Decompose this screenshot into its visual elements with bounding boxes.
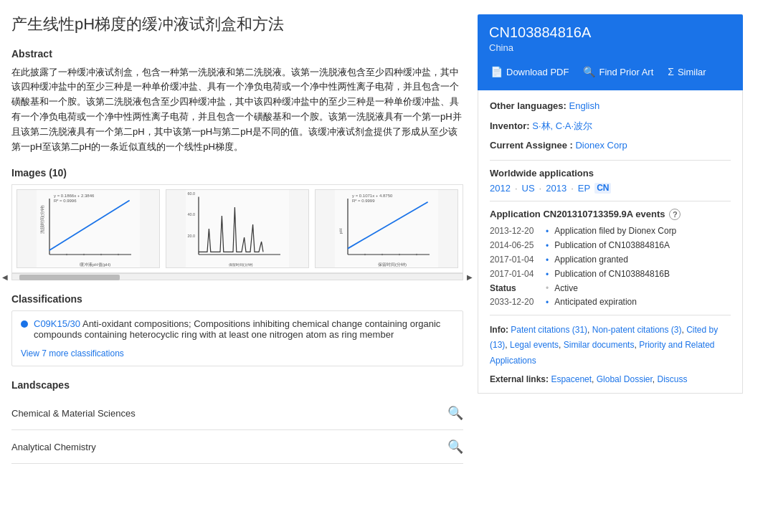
year-2013[interactable]: 2013 [546, 183, 566, 194]
status-dot: • [546, 283, 549, 293]
espacenet-link[interactable]: Espacenet [551, 374, 592, 384]
event-date-1: 2013-12-20 [490, 226, 540, 236]
external-links-section: External links: Espacenet, Global Dossie… [490, 374, 731, 384]
find-prior-art-button[interactable]: 🔍 Find Prior Art [576, 62, 660, 82]
inventor-row: Inventor: S·林, C·A·波尔 [490, 119, 731, 133]
patent-id: CN103884816A [489, 24, 731, 41]
images-heading: Images (10) [11, 167, 463, 179]
similar-button[interactable]: Σ Similar [660, 62, 713, 82]
landscapes-heading: Landscapes [11, 379, 463, 391]
scroll-left-arrow[interactable]: ◀ [2, 273, 8, 281]
view-more-link[interactable]: View 7 more classifications [21, 348, 124, 358]
external-label: External links: [490, 374, 549, 384]
classifications-section: Classifications C09K15/30 Anti-oxidant c… [11, 293, 463, 366]
prior-art-icon: 🔍 [583, 66, 595, 77]
landscapes-section: Landscapes Chemical & Material Sciences … [11, 379, 463, 464]
classifications-heading: Classifications [11, 293, 463, 305]
application-heading: Application CN201310713359.9A events ? [490, 209, 731, 220]
dot-1: · [515, 183, 518, 194]
status-row: Status • Active [490, 283, 731, 293]
event-dot-3: • [546, 255, 549, 265]
svg-text:洗脱时间(分钟): 洗脱时间(分钟) [40, 206, 44, 234]
legal-events-link[interactable]: Legal events [510, 340, 559, 350]
image-thumb-1[interactable]: y = 0.1866x + 2.3846 R² = 0.9996 缓冲液pH值(… [16, 189, 160, 268]
landscape-search-icon-2[interactable]: 🔍 [447, 439, 463, 455]
inventor-value[interactable]: S·林, C·A·波尔 [532, 120, 592, 131]
svg-text:20.0: 20.0 [187, 234, 195, 238]
landscape-label-2: Analytical Chemistry [11, 442, 96, 452]
info-links-section: Info: Patent citations (31), Non-patent … [490, 323, 731, 369]
event-dot-4: • [546, 270, 549, 280]
assignee-row: Current Assignee : Dionex Corp [490, 138, 731, 153]
expiry-row: 2033-12-20 • Anticipated expiration [490, 297, 731, 308]
svg-rect-19 [335, 190, 438, 267]
classification-dot [21, 320, 28, 328]
year-us[interactable]: US [522, 183, 535, 194]
svg-rect-0 [37, 190, 140, 267]
assignee-label: Current Assignee : [490, 140, 573, 151]
discuss-link[interactable]: Discuss [657, 374, 687, 384]
divider-2 [490, 201, 731, 201]
landscape-search-icon-1[interactable]: 🔍 [447, 405, 463, 421]
sidebar: CN103884816A China 📄 Download PDF 🔍 Find… [478, 14, 743, 477]
other-languages-label: Other languages: [490, 100, 566, 111]
svg-text:R² = 0.9999: R² = 0.9999 [352, 199, 375, 203]
sidebar-info: Other languages: English Inventor: S·林, … [478, 90, 743, 394]
info-label: Info: [490, 325, 508, 335]
status-label: Status [490, 283, 540, 293]
event-date-3: 2017-01-04 [490, 255, 540, 265]
download-pdf-label: Download PDF [506, 67, 569, 77]
event-row-3: 2017-01-04 • Application granted [490, 255, 731, 265]
expiry-desc: Anticipated expiration [554, 297, 637, 307]
landscape-label-1: Chemical & Material Sciences [11, 408, 136, 419]
help-icon[interactable]: ? [669, 209, 681, 220]
abstract-text: 在此披露了一种缓冲液试剂盒，包含一种第一洗脱液和第二洗脱液。该第一洗脱液包含至少… [11, 65, 463, 155]
svg-rect-12 [186, 190, 289, 267]
image-scrollbar[interactable]: ◀ ▶ [11, 273, 463, 280]
landscape-item-2: Analytical Chemistry 🔍 [11, 430, 463, 464]
find-prior-art-label: Find Prior Art [599, 67, 653, 77]
other-languages-value[interactable]: English [569, 100, 600, 111]
scroll-thumb[interactable] [19, 275, 120, 280]
pdf-icon: 📄 [490, 66, 503, 77]
event-dot-2: • [546, 241, 549, 251]
year-ep[interactable]: EP [578, 183, 590, 194]
landscape-item-1: Chemical & Material Sciences 🔍 [11, 396, 463, 430]
svg-text:60.0: 60.0 [187, 192, 195, 196]
application-heading-text: Application CN201310713359.9A events [490, 209, 665, 219]
svg-text:R² = 0.9996: R² = 0.9996 [54, 199, 77, 203]
year-2012[interactable]: 2012 [490, 183, 511, 194]
patent-country: China [489, 42, 731, 53]
status-value: Active [554, 283, 578, 293]
svg-text:y = 0.1866x + 2.3846: y = 0.1866x + 2.3846 [54, 194, 95, 198]
year-links: 2012 · US · 2013 · EP CN [490, 183, 731, 194]
image-thumb-3[interactable]: y = 0.1071x + 4.8750 R² = 0.9999 保留时间(分钟… [315, 189, 458, 268]
event-date-4: 2017-01-04 [490, 269, 540, 279]
patent-citations-link[interactable]: Patent citations (31) [511, 325, 587, 335]
event-date-2: 2014-06-25 [490, 240, 540, 250]
classification-code-link[interactable]: C09K15/30 [34, 318, 80, 329]
download-pdf-button[interactable]: 📄 Download PDF [483, 62, 576, 82]
event-row-4: 2017-01-04 • Publication of CN103884816B [490, 269, 731, 280]
dot-3: · [571, 183, 574, 194]
page-title: 产生线性pH梯度的缓冲液试剂盒和方法 [11, 14, 463, 35]
svg-text:40.0: 40.0 [187, 212, 195, 217]
similar-documents-link[interactable]: Similar documents [564, 340, 635, 350]
similar-label: Similar [678, 67, 706, 77]
event-desc-4: Publication of CN103884816B [554, 269, 670, 279]
main-content: 产生线性pH梯度的缓冲液试剂盒和方法 Abstract 在此披露了一种缓冲液试剂… [11, 14, 478, 477]
global-dossier-link[interactable]: Global Dossier [597, 374, 653, 384]
assignee-value[interactable]: Dionex Corp [575, 140, 627, 151]
divider-1 [490, 160, 731, 161]
abstract-heading: Abstract [11, 48, 463, 60]
image-thumb-2[interactable]: 60.0 40.0 20.0 保留时间(分钟) [166, 189, 309, 268]
worldwide-heading: Worldwide applications [490, 168, 731, 179]
classification-text: C09K15/30 Anti-oxidant compositions; Com… [34, 318, 454, 340]
event-row-2: 2014-06-25 • Publication of CN103884816A [490, 240, 731, 251]
classification-description: Anti-oxidant compositions; Compositions … [34, 318, 440, 340]
non-patent-citations-link[interactable]: Non-patent citations (3) [592, 325, 682, 335]
event-row-1: 2013-12-20 • Application filed by Dionex… [490, 226, 731, 237]
scroll-right-arrow[interactable]: ▶ [467, 273, 473, 281]
year-cn[interactable]: CN [594, 183, 611, 194]
svg-text:保留时间(分钟): 保留时间(分钟) [378, 262, 407, 267]
